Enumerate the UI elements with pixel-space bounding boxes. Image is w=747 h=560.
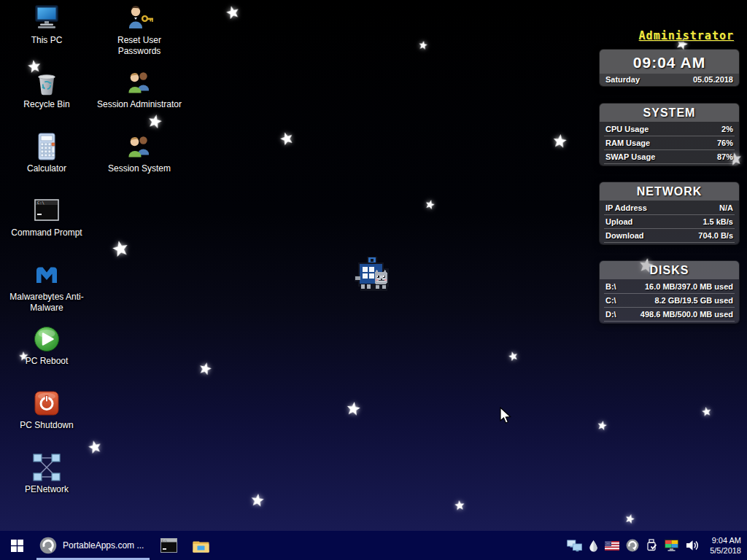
- system-widget-title: SYSTEM: [600, 104, 739, 122]
- ip-address-row: IP Address N/A: [600, 201, 739, 215]
- clock-date: 05.05.2018: [693, 75, 733, 84]
- portableapps-icon: [39, 537, 57, 554]
- desktop-icon-command-prompt[interactable]: C:\ Command Prompt: [3, 195, 90, 238]
- desktop-icon-label: Command Prompt: [3, 228, 90, 238]
- meter-value: 87%: [717, 152, 733, 161]
- nyan-cat-wallpaper-art: [355, 257, 394, 296]
- desktop-icon-label: Recycle Bin: [3, 99, 90, 110]
- disk-b-row: B:\ 16.0 MB/397.0 MB used: [600, 280, 739, 294]
- network-widget: NETWORK IP Address N/A Upload 1.5 kB/s D…: [600, 182, 739, 244]
- pc-reboot-icon: [3, 324, 90, 354]
- meter-label: Download: [605, 231, 644, 240]
- reset-user-passwords-icon: [96, 3, 183, 34]
- recycle-bin-icon: [3, 67, 90, 98]
- taskbar-app-command-prompt[interactable]: C:\: [152, 531, 185, 560]
- star: [225, 4, 241, 20]
- star: [111, 239, 130, 258]
- tray-clock-date: 5/5/2018: [710, 545, 741, 556]
- desktop-icon-pc-reboot[interactable]: PC Reboot: [3, 324, 90, 367]
- star: [250, 493, 265, 508]
- meter-value: 704.0 B/s: [698, 231, 733, 240]
- meter-label: RAM Usage: [605, 139, 650, 147]
- desktop-icon-recycle-bin[interactable]: Recycle Bin: [3, 67, 90, 110]
- star: [279, 131, 295, 147]
- svg-text:C:\: C:\: [162, 539, 167, 542]
- meter-label: B:\: [605, 282, 616, 291]
- meter-value: 16.0 MB/397.0 MB used: [645, 282, 733, 291]
- clock-time: 09:04 AM: [600, 50, 739, 74]
- clock-day: Saturday: [605, 75, 640, 84]
- star: [418, 40, 428, 50]
- desktop-icon-label: PC Reboot: [3, 356, 90, 367]
- desktop-icon-session-system[interactable]: Session System: [96, 131, 183, 174]
- meter-value: 76%: [717, 139, 733, 147]
- desktop-icon-label: PC Shutdown: [3, 420, 90, 431]
- taskbar-app-portableapps[interactable]: PortableApps.com ...: [34, 531, 152, 560]
- volume-icon[interactable]: [686, 540, 700, 551]
- mouse-cursor: [499, 407, 514, 424]
- star: [624, 513, 635, 524]
- desktop-icon-pc-shutdown[interactable]: PC Shutdown: [3, 388, 90, 431]
- start-button[interactable]: [0, 531, 34, 560]
- star: [454, 499, 465, 510]
- meter-value: 2%: [721, 125, 733, 133]
- clock-widget: 09:04 AM Saturday 05.05.2018: [600, 50, 739, 86]
- download-row: Download 704.0 B/s: [600, 229, 739, 243]
- disks-widget: DISKS B:\ 16.0 MB/397.0 MB used C:\ 8.2 …: [600, 261, 739, 323]
- meter-value: 8.2 GB/19.5 GB used: [654, 296, 733, 305]
- desktop-icon-session-administrator[interactable]: Session Administrator: [96, 67, 183, 110]
- star: [346, 401, 361, 416]
- star: [552, 133, 568, 149]
- portableapps-tray-icon[interactable]: [626, 539, 639, 552]
- malwarebytes-icon: [3, 260, 90, 290]
- desktop-icon-malwarebytes[interactable]: Malwarebytes Anti-Malware: [3, 260, 90, 314]
- star: [507, 350, 519, 362]
- desktop-icon-calculator[interactable]: Calculator: [3, 131, 90, 174]
- desktop-icon-label: Session System: [96, 163, 183, 174]
- meter-value: N/A: [719, 203, 733, 212]
- ram-usage-row: RAM Usage 76%: [600, 136, 739, 150]
- rainmeter-tray-icon[interactable]: [589, 540, 598, 552]
- desktop: This PC Reset User Passwords: [0, 0, 747, 560]
- penetwork-icon: [3, 452, 90, 483]
- windows-logo-icon: [11, 540, 23, 552]
- star: [701, 406, 712, 417]
- desktop-icon-label: This PC: [3, 35, 90, 46]
- taskbar: PortableApps.com ... C:\: [0, 531, 747, 560]
- this-pc-icon: [3, 3, 90, 34]
- star: [597, 420, 608, 431]
- command-prompt-icon: C:\: [3, 195, 90, 226]
- swap-usage-row: SWAP Usage 87%: [600, 150, 739, 164]
- meter-label: D:\: [605, 310, 616, 319]
- network-widget-title: NETWORK: [600, 182, 739, 201]
- tray-clock-time: 9:04 AM: [710, 535, 741, 545]
- meter-value: 1.5 kB/s: [703, 217, 733, 226]
- desktop-icon-this-pc[interactable]: This PC: [3, 3, 90, 46]
- taskbar-app-file-explorer[interactable]: [185, 531, 217, 560]
- desktop-icon-penetwork[interactable]: PENetwork: [3, 452, 90, 495]
- desktop-icon-label: Calculator: [3, 163, 90, 174]
- desktop-icon-label: PENetwork: [3, 484, 90, 495]
- network-tray-icon[interactable]: [567, 540, 582, 552]
- disk-d-row: D:\ 498.6 MB/500.0 MB used: [600, 308, 739, 322]
- desktop-icon-label: Reset User Passwords: [96, 35, 183, 57]
- disks-widget-title: DISKS: [600, 261, 739, 279]
- desktop-icon-reset-user-passwords[interactable]: Reset User Passwords: [96, 3, 183, 57]
- meter-label: SWAP Usage: [605, 152, 655, 161]
- logged-in-user-label: Administrator: [639, 29, 734, 42]
- language-us-flag-icon[interactable]: [605, 541, 619, 551]
- safely-remove-usb-icon[interactable]: [646, 539, 657, 552]
- meter-label: IP Address: [605, 203, 647, 212]
- session-system-icon: [96, 131, 183, 162]
- tray-clock[interactable]: 9:04 AM 5/5/2018: [707, 535, 741, 556]
- system-widget: SYSTEM CPU Usage 2% RAM Usage 76% SWAP U…: [600, 104, 739, 166]
- calculator-icon: [3, 131, 90, 162]
- star: [147, 113, 163, 130]
- taskbar-app-label: PortableApps.com ...: [63, 540, 144, 551]
- pc-shutdown-icon: [3, 388, 90, 419]
- display-settings-icon[interactable]: [664, 539, 679, 552]
- meter-label: CPU Usage: [605, 125, 649, 133]
- desktop-icon-label: Malwarebytes Anti-Malware: [3, 292, 90, 314]
- star: [425, 199, 436, 211]
- meter-label: Upload: [605, 217, 632, 226]
